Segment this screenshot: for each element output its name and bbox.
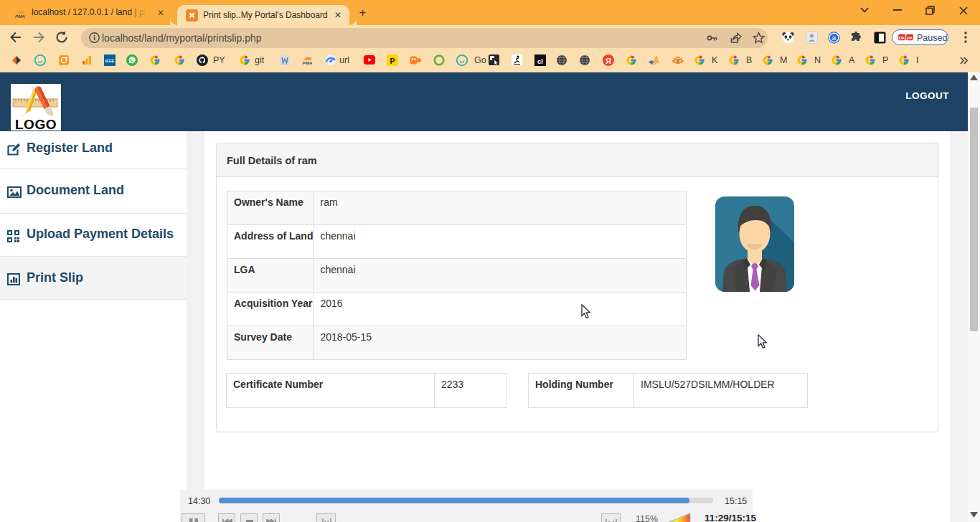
svg-text:PMA: PMA [303, 60, 313, 65]
svg-text:git: git [255, 55, 265, 65]
svg-text:a: a [832, 34, 837, 42]
svg-text:PY: PY [213, 55, 225, 65]
svg-text:Я: Я [606, 57, 611, 65]
svg-text:K: K [712, 55, 718, 65]
svg-text:N: N [814, 55, 821, 65]
svg-text:P: P [882, 55, 888, 65]
svg-text:OK: OK [899, 36, 906, 40]
svg-text:PMA: PMA [15, 14, 25, 19]
svg-text:Go: Go [474, 55, 486, 65]
svg-text:url: url [339, 55, 349, 65]
svg-text:P: P [390, 57, 395, 65]
svg-text:IEEE: IEEE [105, 59, 115, 63]
svg-text:OK: OK [907, 36, 914, 40]
svg-text:A: A [849, 55, 855, 65]
svg-text:B: B [746, 55, 752, 65]
svg-text:M: M [780, 55, 787, 65]
svg-text:cl: cl [537, 57, 543, 65]
svg-text:I: I [916, 55, 918, 65]
